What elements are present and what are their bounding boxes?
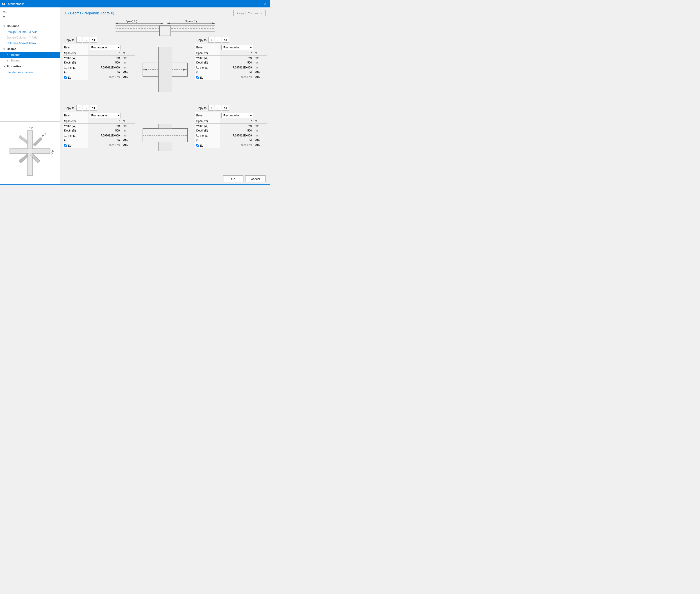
copy-all-button[interactable]: all	[90, 37, 97, 42]
center-cross-svg	[142, 47, 188, 92]
top-right-toolbar: Copy to ↓ ← all	[195, 36, 267, 44]
sidebar-item-slenderness-factors[interactable]: Slenderness Factors	[0, 69, 60, 75]
table-row: Beam Rectangular	[195, 44, 267, 51]
ec-checkbox[interactable]	[64, 144, 67, 146]
sidebar-item-design-column-x[interactable]: Design Column - X Axis	[0, 29, 60, 35]
beam-type-select[interactable]: Rectangular	[221, 45, 253, 50]
inertia-label: Inertia	[195, 133, 220, 138]
inertia-label: Inertia	[63, 133, 88, 138]
table-row: Span(c/c) 7 m	[195, 119, 267, 124]
inertia-value: 7.697612E+009	[220, 133, 253, 138]
svg-marker-2	[33, 137, 42, 146]
sort-down-button[interactable]: ≡↓	[2, 9, 58, 14]
ec-checkbox[interactable]	[64, 76, 67, 78]
depth-unit: mm	[121, 128, 135, 133]
sidebar-item-y-beams[interactable]: Y - Beams	[0, 58, 60, 63]
inertia-checkbox[interactable]	[64, 134, 67, 137]
span-diagram-svg: Span(c/c) Span(c/c)	[113, 19, 217, 36]
sidebar-section-beams-label: Beams	[7, 47, 17, 51]
inertia-checkbox[interactable]	[196, 134, 199, 137]
copy-all-button[interactable]: all	[90, 105, 97, 110]
sidebar-item-design-column-y[interactable]: Design Column - Y Axis	[0, 35, 60, 40]
svg-rect-16	[10, 149, 50, 153]
table-row: Inertia 7.697612E+009 mm⁴	[195, 133, 267, 138]
span-value: 7	[220, 51, 253, 56]
bottom-left-panel: Copy to ↑ → all Beam Rectangular	[63, 104, 135, 171]
sidebar-section-columns[interactable]: ▼ Columns	[0, 23, 60, 29]
window-body: ≡↓ ≡↑ ▼ Columns Design Column - X Axis D…	[0, 7, 270, 185]
copy-up-button[interactable]: ↑	[208, 105, 214, 110]
sort-up-button[interactable]: ≡↑	[2, 14, 58, 19]
cancel-button[interactable]: Cancel	[245, 175, 265, 182]
copy-up-button[interactable]: ↑	[76, 105, 82, 110]
svg-marker-40	[183, 68, 185, 71]
table-row: Inertia 7.697612E+009 mm⁴	[63, 65, 135, 70]
bottom-right-toolbar: Copy to ↑ ← all	[195, 104, 267, 112]
svg-rect-36	[158, 47, 172, 92]
span-value: 7	[220, 119, 253, 124]
span-unit: m	[253, 51, 267, 56]
inertia-checkbox[interactable]	[64, 66, 67, 69]
sidebar-section-properties[interactable]: ▼ Properties	[0, 63, 60, 69]
fc-unit: MPa	[253, 138, 267, 143]
inertia-label: Inertia	[195, 65, 220, 70]
table-row: Ec 29601.55 MPa	[195, 143, 267, 148]
svg-rect-45	[158, 124, 172, 129]
beam-label: Beam	[195, 44, 220, 51]
copy-right-button[interactable]: →	[83, 105, 89, 110]
copy-all-button[interactable]: all	[222, 37, 229, 42]
width-unit: mm	[253, 124, 267, 128]
table-row: Ec 29601.55 MPa	[63, 143, 135, 148]
beam-type-select[interactable]: Rectangular	[221, 113, 253, 118]
depth-label: Depth (D)	[195, 60, 220, 65]
ec-label: Ec	[63, 75, 88, 80]
inertia-checkbox[interactable]	[196, 66, 199, 69]
copy-right-button[interactable]: →	[83, 37, 89, 42]
copy-down-button[interactable]: ↓	[208, 37, 214, 42]
width-label: Width (W)	[63, 124, 88, 128]
ec-unit: MPa	[253, 143, 267, 148]
ec-unit: MPa	[253, 75, 267, 80]
close-button[interactable]: ×	[262, 1, 268, 7]
sidebar-toolbar: ≡↓ ≡↑	[0, 7, 60, 21]
ec-checkbox[interactable]	[196, 76, 199, 78]
beam-type-select[interactable]: Rectangular	[89, 113, 121, 118]
main-title: X - Beams (Perpendicular to X)	[64, 11, 114, 15]
inertia-unit: mm⁴	[253, 65, 267, 70]
depth-value: 500	[88, 60, 121, 65]
bottom-right-table: Beam Rectangular Span(c/c) 7 m	[195, 112, 267, 148]
table-row: Ec 29601.55 MPa	[63, 75, 135, 80]
table-row: Beam Rectangular	[195, 112, 267, 119]
ec-label: Ec	[195, 143, 220, 148]
width-label: Width (W)	[63, 56, 88, 60]
copy-all-button[interactable]: all	[222, 105, 229, 110]
fc-label: f'c	[63, 138, 88, 143]
ec-unit: MPa	[121, 75, 135, 80]
svg-text:Span(c/c): Span(c/c)	[125, 20, 137, 23]
ok-button[interactable]: OK	[223, 175, 244, 182]
depth-unit: mm	[253, 60, 267, 65]
copy-left-button[interactable]: ←	[215, 105, 221, 110]
copy-left-button[interactable]: ←	[215, 37, 221, 42]
sidebar-item-columns-above-below[interactable]: Columns Above/Below	[0, 40, 60, 46]
copy-to-y-button[interactable]: Copy to Y - Beams	[233, 10, 265, 16]
sidebar-section-beams[interactable]: ▼ Beams	[0, 46, 60, 52]
width-unit: mm	[121, 56, 135, 60]
chevron-icon: ▼	[3, 48, 5, 51]
depth-unit: mm	[121, 60, 135, 65]
beam-type-select[interactable]: Rectangular	[89, 45, 121, 50]
fc-unit: MPa	[253, 70, 267, 75]
svg-marker-39	[145, 68, 147, 71]
sidebar-item-x-beams[interactable]: X - Beams	[0, 52, 60, 58]
ec-checkbox[interactable]	[196, 144, 199, 146]
svg-marker-18	[116, 23, 118, 24]
table-row: Beam Rectangular	[63, 112, 135, 119]
table-row: Span(c/c) 7 m	[63, 51, 135, 56]
copy-down-button[interactable]: ↓	[76, 37, 82, 42]
inertia-unit: mm⁴	[253, 133, 267, 138]
table-row: Inertia 7.697612E+009 mm⁴	[195, 65, 267, 70]
svg-marker-22	[167, 23, 169, 24]
main-header: X - Beams (Perpendicular to X) Copy to Y…	[60, 7, 270, 18]
table-row: Depth (D) 500 mm	[195, 60, 267, 65]
bottom-left-table: Beam Rectangular Span(c/c) 7 m	[63, 112, 135, 148]
